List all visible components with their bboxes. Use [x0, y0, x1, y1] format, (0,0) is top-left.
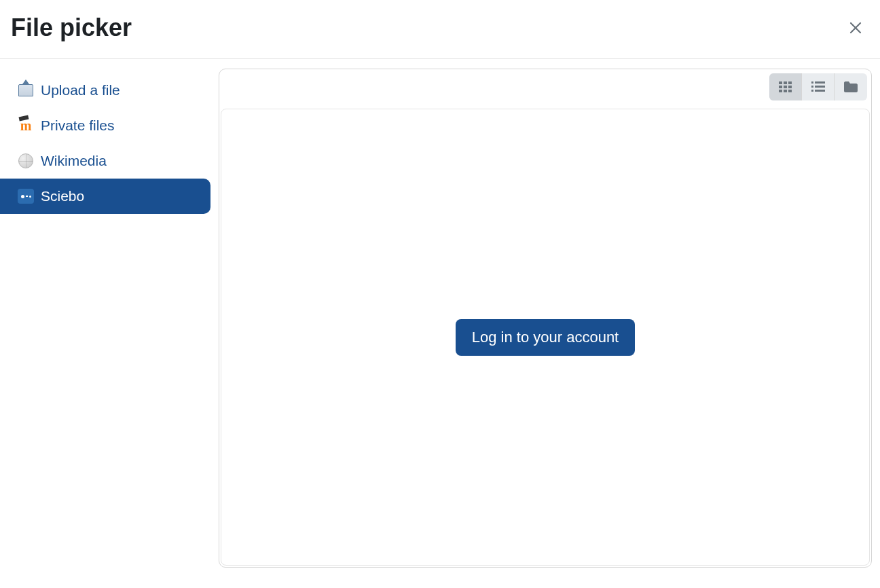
- view-toolbar: [769, 73, 867, 100]
- dialog-header: File picker: [0, 0, 880, 59]
- content-frame: Log in to your account: [219, 69, 872, 568]
- wikimedia-icon: [18, 153, 34, 169]
- sidebar-item-wikimedia[interactable]: Wikimedia: [0, 143, 210, 179]
- svg-rect-9: [811, 81, 813, 84]
- grid-icon: [779, 81, 792, 92]
- svg-rect-7: [784, 90, 787, 92]
- view-tree-button[interactable]: [835, 73, 867, 100]
- sidebar-item-label: Private files: [41, 117, 115, 134]
- close-icon: [849, 21, 862, 35]
- upload-icon: [18, 82, 34, 98]
- sidebar-item-upload[interactable]: Upload a file: [0, 73, 210, 108]
- sidebar-item-sciebo[interactable]: Sciebo: [0, 179, 210, 214]
- login-button[interactable]: Log in to your account: [456, 319, 635, 356]
- list-icon: [811, 81, 825, 92]
- sidebar-item-label: Upload a file: [41, 82, 120, 98]
- sidebar-item-label: Wikimedia: [41, 153, 107, 169]
- content-area: Log in to your account: [219, 59, 880, 581]
- sciebo-icon: [18, 188, 34, 204]
- sidebar-item-label: Sciebo: [41, 188, 84, 204]
- view-list-button[interactable]: [802, 73, 835, 100]
- svg-rect-13: [811, 90, 813, 92]
- dialog-body: Upload a file m Private files Wikimedia …: [0, 59, 880, 581]
- svg-rect-12: [815, 86, 825, 88]
- svg-rect-6: [779, 90, 782, 92]
- dialog-title: File picker: [11, 14, 132, 42]
- folder-icon: [844, 81, 858, 92]
- view-icons-button[interactable]: [769, 73, 802, 100]
- repository-content: Log in to your account: [221, 109, 870, 566]
- moodle-icon: m: [18, 117, 34, 134]
- svg-rect-4: [784, 86, 787, 88]
- svg-rect-1: [784, 81, 787, 84]
- sidebar-item-private-files[interactable]: m Private files: [0, 108, 210, 143]
- svg-rect-0: [779, 81, 782, 84]
- svg-rect-2: [788, 81, 792, 84]
- svg-rect-10: [815, 81, 825, 84]
- svg-rect-5: [788, 86, 792, 88]
- svg-rect-3: [779, 86, 782, 88]
- close-button[interactable]: [842, 17, 869, 39]
- repository-sidebar: Upload a file m Private files Wikimedia …: [0, 59, 219, 581]
- svg-rect-11: [811, 86, 813, 88]
- svg-rect-14: [815, 90, 825, 92]
- svg-rect-8: [788, 90, 792, 92]
